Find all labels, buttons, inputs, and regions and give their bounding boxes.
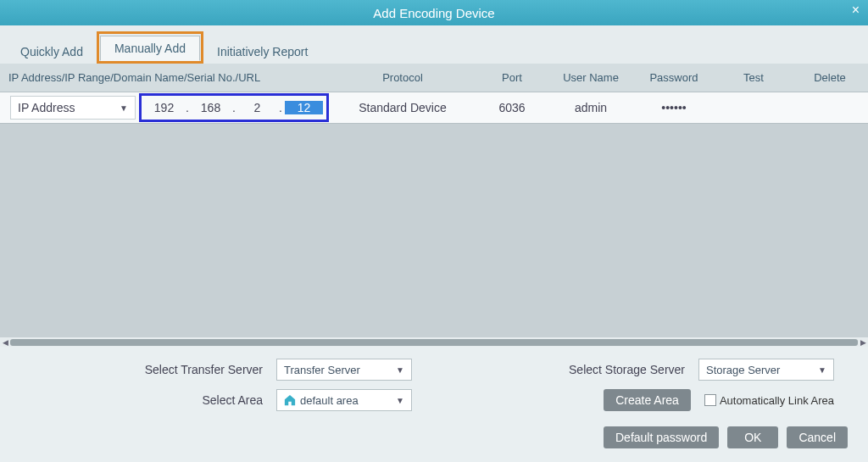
ip-octet-1[interactable]: 192	[145, 101, 183, 114]
home-icon	[284, 394, 296, 406]
ip-octet-4[interactable]: 12	[285, 101, 323, 114]
scroll-right-icon[interactable]: ▶	[858, 337, 868, 348]
chevron-down-icon: ▼	[120, 103, 128, 113]
device-table: IP Address/IP Range/Domain Name/Serial N…	[0, 64, 868, 347]
checkbox-icon[interactable]	[704, 394, 716, 406]
col-test: Test	[715, 71, 792, 84]
scroll-thumb[interactable]	[10, 339, 858, 346]
footer-panel: Select Transfer Server Transfer Server ▼…	[0, 347, 868, 460]
chevron-down-icon: ▼	[396, 396, 404, 405]
col-delete: Delete	[792, 71, 868, 84]
create-area-button[interactable]: Create Area	[604, 389, 691, 411]
auto-link-area-checkbox[interactable]: Automatically Link Area	[704, 394, 834, 407]
col-protocol: Protocol	[331, 71, 475, 84]
storage-server-select[interactable]: Storage Server ▼	[698, 359, 834, 381]
select-area-label: Select Area	[8, 393, 263, 407]
close-icon[interactable]: ×	[852, 3, 860, 18]
transfer-server-label: Select Transfer Server	[8, 363, 263, 376]
chevron-down-icon: ▼	[396, 365, 404, 375]
horizontal-scrollbar[interactable]: ◀ ▶	[0, 337, 868, 347]
tab-bar: Quickly Add Manually Add Initiatively Re…	[0, 25, 868, 64]
col-password: Password	[632, 71, 715, 84]
ip-octet-2[interactable]: 168	[192, 101, 230, 114]
ip-type-select[interactable]: IP Address ▼	[10, 96, 136, 120]
ok-button[interactable]: OK	[727, 426, 778, 448]
storage-server-label: Select Storage Server	[569, 363, 685, 376]
password-cell[interactable]: ••••••	[632, 101, 715, 114]
username-cell[interactable]: admin	[549, 101, 632, 114]
ip-address-input[interactable]: 192 . 168 . 2 . 12	[139, 93, 329, 122]
highlight-manually-tab: Manually Add	[97, 31, 203, 64]
port-cell[interactable]: 6036	[475, 101, 549, 114]
col-port: Port	[475, 71, 549, 84]
area-select[interactable]: default area ▼	[276, 389, 412, 411]
tab-quickly-add[interactable]: Quickly Add	[7, 40, 97, 64]
chevron-down-icon: ▼	[818, 365, 826, 375]
table-empty-area	[0, 123, 868, 337]
tab-initiatively-report[interactable]: Initiatively Report	[203, 40, 321, 64]
col-ip: IP Address/IP Range/Domain Name/Serial N…	[0, 71, 331, 84]
default-password-button[interactable]: Default password	[604, 426, 719, 448]
ip-type-value: IP Address	[18, 101, 75, 114]
protocol-cell[interactable]: Standard Device	[331, 101, 475, 114]
scroll-left-icon[interactable]: ◀	[0, 337, 10, 348]
table-header: IP Address/IP Range/Domain Name/Serial N…	[0, 64, 868, 92]
title-bar: Add Encoding Device ×	[0, 0, 868, 25]
col-username: User Name	[549, 71, 632, 84]
table-row: IP Address ▼ 192 . 168 . 2 . 12 Standard…	[0, 92, 868, 123]
transfer-server-select[interactable]: Transfer Server ▼	[276, 359, 412, 381]
ip-octet-3[interactable]: 2	[238, 101, 276, 114]
cancel-button[interactable]: Cancel	[787, 426, 848, 448]
dialog-title: Add Encoding Device	[373, 6, 494, 20]
tab-manually-add[interactable]: Manually Add	[100, 36, 200, 61]
